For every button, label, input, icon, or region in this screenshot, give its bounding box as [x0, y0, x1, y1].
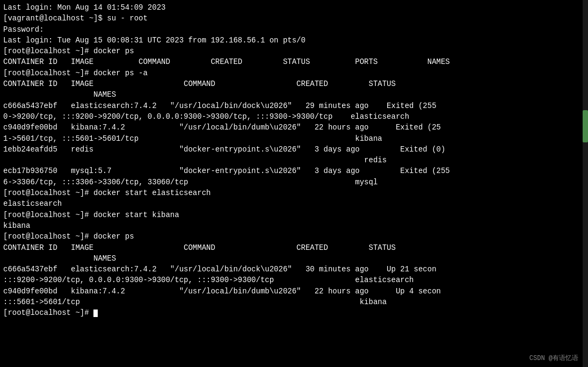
terminal-line: CONTAINER ID IMAGE COMMAND CREATED STATU…	[3, 78, 585, 89]
terminal-line: :::5601->5601/tcp kibana	[3, 297, 585, 307]
terminal-line: Last login: Tue Aug 15 00:08:31 UTC 2023…	[3, 35, 585, 46]
terminal-line: c666a5437ebf elasticsearch:7.4.2 "/usr/l…	[3, 264, 585, 275]
terminal-line: [vagrant@localhost ~]$ su - root	[3, 13, 585, 24]
terminal: Last login: Mon Aug 14 01:54:09 2023[vag…	[0, 0, 588, 367]
terminal-line: :::9200->9200/tcp, 0.0.0.0:9300->9300/tc…	[3, 275, 585, 285]
terminal-line: CONTAINER ID IMAGE COMMAND CREATED STATU…	[3, 56, 585, 67]
terminal-line: 0->9200/tcp, :::9200->9200/tcp, 0.0.0.0:…	[3, 111, 585, 122]
terminal-cursor	[93, 310, 98, 317]
terminal-line: 1ebb24eafdd5 redis "docker-entrypoint.s\…	[3, 144, 585, 155]
terminal-line: elasticsearch	[3, 198, 585, 209]
terminal-line: 1->5601/tcp, :::5601->5601/tcp kibana	[3, 133, 585, 144]
terminal-line: [root@localhost ~]# docker ps	[3, 46, 585, 56]
terminal-line: ecb17b936750 mysql:5.7 "docker-entrypoin…	[3, 165, 585, 176]
scrollbar[interactable]	[583, 0, 588, 367]
terminal-line: 6->3306/tcp, :::3306->3306/tcp, 33060/tc…	[3, 177, 585, 188]
terminal-line: NAMES	[3, 89, 585, 100]
terminal-line: kibana	[3, 220, 585, 231]
terminal-line: [root@localhost ~]# docker start elastic…	[3, 188, 585, 198]
terminal-line: c940d9fe00bd kibana:7.4.2 "/usr/local/bi…	[3, 286, 585, 297]
terminal-line: redis	[3, 155, 585, 165]
terminal-line: [root@localhost ~]# docker ps -a	[3, 68, 585, 78]
terminal-line: [root@localhost ~]# docker start kibana	[3, 210, 585, 220]
terminal-line: [root@localhost ~]#	[3, 307, 585, 318]
watermark: CSDN @有语忆语	[529, 354, 578, 363]
terminal-line: NAMES	[3, 253, 585, 264]
terminal-line: Password:	[3, 24, 585, 35]
terminal-line: c666a5437ebf elasticsearch:7.4.2 "/usr/l…	[3, 100, 585, 111]
terminal-line: Last login: Mon Aug 14 01:54:09 2023	[3, 2, 585, 13]
terminal-line: [root@localhost ~]# docker ps	[3, 231, 585, 242]
terminal-line: c940d9fe00bd kibana:7.4.2 "/usr/local/bi…	[3, 122, 585, 133]
terminal-line: CONTAINER ID IMAGE COMMAND CREATED STATU…	[3, 242, 585, 253]
scrollbar-thumb[interactable]	[583, 110, 588, 142]
